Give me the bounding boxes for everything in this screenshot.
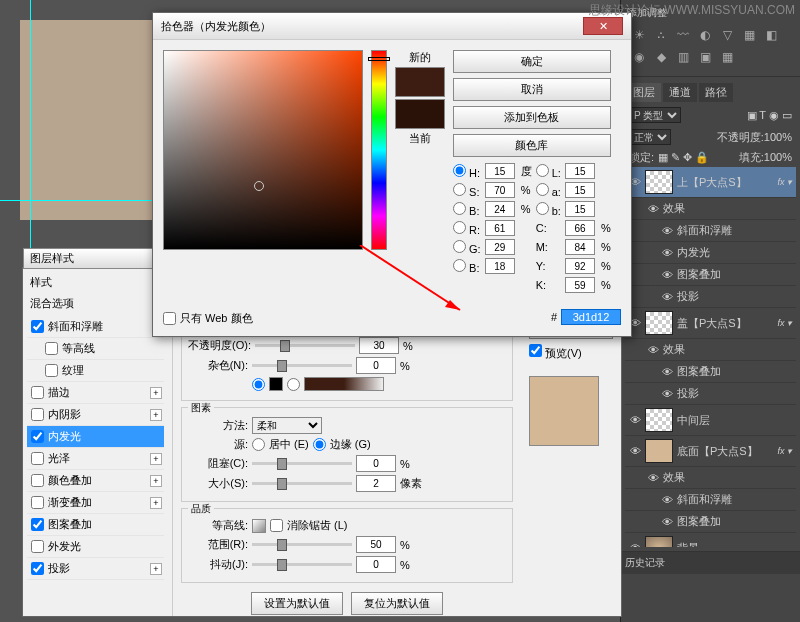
layer-row[interactable]: 👁内发光 (625, 242, 796, 264)
style-item-5[interactable]: 内发光 (27, 426, 164, 448)
visibility-icon[interactable]: 👁 (647, 472, 659, 484)
a-radio[interactable] (536, 183, 549, 196)
lookup-icon[interactable]: ▥ (675, 50, 691, 66)
g-radio[interactable] (453, 240, 466, 253)
jitter-input[interactable] (356, 556, 396, 573)
range-slider[interactable] (252, 543, 352, 546)
antialias-checkbox[interactable] (270, 519, 283, 532)
style-item-2[interactable]: 纹理 (27, 360, 164, 382)
dialog-titlebar[interactable]: 拾色器（内发光颜色） ✕ (153, 13, 631, 40)
b-input[interactable] (485, 201, 515, 217)
layer-filter-select[interactable]: P 类型 (629, 107, 681, 123)
layer-row[interactable]: 👁上【P大点S】fx ▾ (625, 167, 796, 198)
opacity-slider[interactable] (255, 344, 355, 347)
size-slider[interactable] (252, 482, 352, 485)
color-libraries-button[interactable]: 颜色库 (453, 134, 611, 157)
hex-input[interactable] (561, 309, 621, 325)
exposure-icon[interactable]: ◐ (697, 28, 713, 44)
visibility-icon[interactable]: 👁 (661, 366, 673, 378)
choke-input[interactable] (356, 455, 396, 472)
bb-input[interactable] (565, 201, 595, 217)
visibility-icon[interactable]: 👁 (661, 388, 673, 400)
source-edge-radio[interactable] (313, 438, 326, 451)
style-checkbox[interactable] (31, 474, 44, 487)
method-select[interactable]: 柔和 (252, 417, 322, 434)
layer-row[interactable]: 👁图案叠加 (625, 511, 796, 533)
preview-checkbox[interactable]: 预览(V) (529, 344, 613, 361)
style-checkbox[interactable] (31, 320, 44, 333)
fx-badge[interactable]: fx ▾ (777, 177, 792, 187)
layer-row[interactable]: 👁盖【P大点S】fx ▾ (625, 308, 796, 339)
layer-row[interactable]: 👁斜面和浮雕 (625, 489, 796, 511)
make-default-button[interactable]: 设置为默认值 (251, 592, 343, 615)
hue-icon[interactable]: ▦ (741, 28, 757, 44)
layer-thumbnail[interactable] (645, 170, 673, 194)
choke-slider[interactable] (252, 462, 352, 465)
layer-thumbnail[interactable] (645, 408, 673, 432)
r-radio[interactable] (453, 221, 466, 234)
add-swatch-button[interactable]: 添加到色板 (453, 106, 611, 129)
cancel-button[interactable]: 取消 (453, 78, 611, 101)
style-checkbox[interactable] (31, 496, 44, 509)
color-field[interactable] (163, 50, 363, 250)
contour-picker[interactable] (252, 519, 266, 533)
visibility-icon[interactable]: 👁 (629, 414, 641, 426)
noise-slider[interactable] (252, 364, 352, 367)
paths-tab[interactable]: 路径 (699, 83, 733, 102)
channel-mixer-icon[interactable]: ◆ (653, 50, 669, 66)
style-checkbox[interactable] (31, 562, 44, 575)
c-input[interactable] (565, 220, 595, 236)
web-colors-checkbox[interactable]: 只有 Web 颜色 (163, 311, 253, 326)
style-checkbox[interactable] (31, 386, 44, 399)
noise-input[interactable] (356, 357, 396, 374)
style-item-7[interactable]: 颜色叠加+ (27, 470, 164, 492)
color-swatch[interactable] (269, 377, 283, 391)
style-item-11[interactable]: 投影+ (27, 558, 164, 580)
gradient-preview[interactable] (304, 377, 384, 391)
posterize-icon[interactable]: ▦ (719, 50, 735, 66)
opacity-input[interactable] (359, 337, 399, 354)
style-checkbox[interactable] (45, 364, 58, 377)
style-item-10[interactable]: 外发光 (27, 536, 164, 558)
fx-badge[interactable]: fx ▾ (777, 318, 792, 328)
layer-row[interactable]: 👁效果 (625, 467, 796, 489)
layer-row[interactable]: 👁底面【P大点S】fx ▾ (625, 436, 796, 467)
visibility-icon[interactable]: 👁 (647, 344, 659, 356)
style-checkbox[interactable] (31, 430, 44, 443)
layers-tab[interactable]: 图层 (627, 83, 661, 102)
layer-row[interactable]: 👁投影 (625, 383, 796, 405)
style-item-3[interactable]: 描边+ (27, 382, 164, 404)
fx-add-icon[interactable]: + (150, 497, 162, 509)
reset-default-button[interactable]: 复位为默认值 (351, 592, 443, 615)
l-radio[interactable] (536, 164, 549, 177)
r-input[interactable] (485, 220, 515, 236)
bb-radio[interactable] (536, 202, 549, 215)
fx-badge[interactable]: fx ▾ (777, 446, 792, 456)
gradient-radio[interactable] (287, 378, 300, 391)
vibrance-icon[interactable]: ▽ (719, 28, 735, 44)
fx-add-icon[interactable]: + (150, 409, 162, 421)
ok-button[interactable]: 确定 (453, 50, 611, 73)
h-radio[interactable] (453, 164, 466, 177)
size-input[interactable] (356, 475, 396, 492)
blend-mode-select[interactable]: 正常 (629, 129, 671, 145)
k-input[interactable] (565, 277, 595, 293)
visibility-icon[interactable]: 👁 (629, 445, 641, 457)
a-input[interactable] (565, 182, 595, 198)
invert-icon[interactable]: ▣ (697, 50, 713, 66)
y-input[interactable] (565, 258, 595, 274)
brightness-icon[interactable]: ☀ (631, 28, 647, 44)
layer-row[interactable]: 👁投影 (625, 286, 796, 308)
layer-row[interactable]: 👁图案叠加 (625, 361, 796, 383)
style-item-9[interactable]: 图案叠加 (27, 514, 164, 536)
layer-row[interactable]: 👁图案叠加 (625, 264, 796, 286)
styles-header[interactable]: 样式 (27, 272, 164, 293)
solid-radio[interactable] (252, 378, 265, 391)
layer-row[interactable]: 👁效果 (625, 198, 796, 220)
levels-icon[interactable]: ⛬ (653, 28, 669, 44)
visibility-icon[interactable]: 👁 (661, 225, 673, 237)
style-item-8[interactable]: 渐变叠加+ (27, 492, 164, 514)
fx-add-icon[interactable]: + (150, 453, 162, 465)
source-center-radio[interactable] (252, 438, 265, 451)
range-input[interactable] (356, 536, 396, 553)
